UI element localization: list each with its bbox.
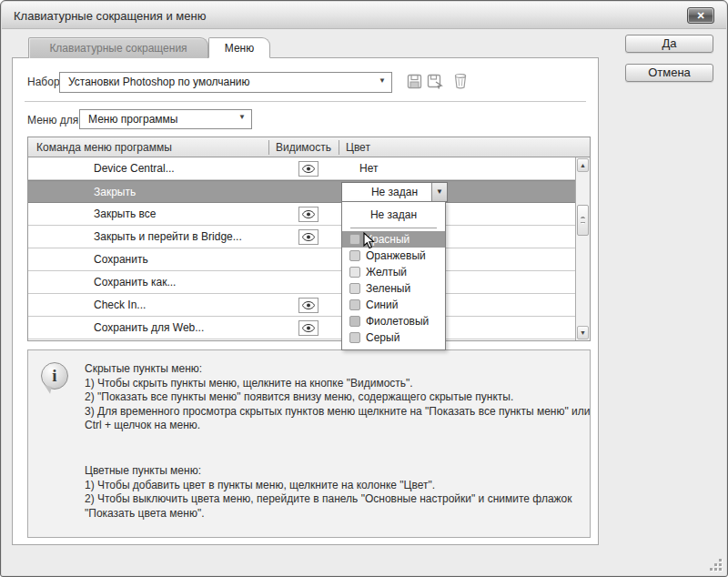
color-swatch xyxy=(349,283,360,294)
table-scrollbar[interactable]: ▲ ▼ xyxy=(575,157,590,340)
visibility-toggle[interactable] xyxy=(298,207,318,222)
command-label: Check In... xyxy=(94,299,146,311)
hidden-items-line-2: 2) "Показать все пункты меню" появится в… xyxy=(85,390,600,405)
table-row-device-central[interactable]: Device Central... Нет xyxy=(28,157,575,180)
table-row-save-as[interactable]: Сохранить как... xyxy=(28,271,575,294)
color-swatch xyxy=(349,250,360,261)
delete-set-icon xyxy=(453,73,468,89)
color-swatch xyxy=(349,316,360,327)
dropdown-option-green[interactable]: Зеленый xyxy=(342,280,445,297)
window-title: Клавиатурные сокращения и меню xyxy=(14,9,206,23)
tab-keyboard-shortcuts[interactable]: Клавиатурные сокращения xyxy=(28,37,208,58)
ok-button[interactable]: Да xyxy=(625,35,713,53)
save-set-icon xyxy=(407,74,422,89)
dropdown-option-label: Оранжевый xyxy=(366,249,426,262)
command-label: Закрыть и перейти в Bridge... xyxy=(94,230,242,243)
dialog-window: Клавиатурные сокращения и меню ✕ Да Отме… xyxy=(0,0,728,577)
hidden-items-line-1: 1) Чтобы скрыть пункты меню, щелкните на… xyxy=(85,377,600,391)
color-value: Нет xyxy=(359,162,378,175)
scrollbar-grip xyxy=(581,218,585,223)
table-row-save-for-web[interactable]: Сохранить для Web... xyxy=(28,317,575,339)
save-set-button[interactable] xyxy=(407,74,424,90)
column-header-color: Цвет xyxy=(346,141,370,154)
visibility-toggle[interactable] xyxy=(298,298,318,313)
color-swatch xyxy=(349,267,360,278)
dropdown-option-red[interactable]: Красный xyxy=(342,231,445,248)
table-row-save[interactable]: Сохранить xyxy=(28,248,575,271)
command-label: Закрыть xyxy=(94,186,136,198)
tab-menus[interactable]: Меню xyxy=(208,37,270,58)
colored-items-line-2: 2) Чтобы выключить цвета меню, перейдите… xyxy=(85,492,600,521)
scrollbar-thumb[interactable] xyxy=(577,205,589,236)
chevron-down-icon: ▼ xyxy=(238,108,246,127)
dropdown-option-violet[interactable]: Фиолетовый xyxy=(342,313,445,329)
menu-for-combobox-value: Меню программы xyxy=(88,113,177,126)
command-label: Сохранить xyxy=(94,253,148,266)
table-body: Device Central... Нет Закрыть Не задан ▼ xyxy=(28,157,575,340)
dropdown-option-orange[interactable]: Оранжевый xyxy=(342,248,445,264)
info-icon: i xyxy=(41,362,68,390)
color-combobox-arrow-button[interactable]: ▼ xyxy=(431,183,447,201)
colored-items-block: Цветные пункты меню: 1) Чтобы добавить ц… xyxy=(85,464,600,521)
close-icon: ✕ xyxy=(696,10,704,21)
color-dropdown-popup: Не задан Красный Оранжевый Желтый Зелены… xyxy=(341,201,446,350)
visibility-toggle[interactable] xyxy=(298,320,318,336)
visibility-toggle[interactable] xyxy=(298,161,318,177)
scrollbar-up-button[interactable]: ▲ xyxy=(577,158,589,172)
titlebar[interactable]: Клавиатурные сокращения и меню ✕ xyxy=(2,2,726,29)
color-combobox[interactable]: Не задан ▼ xyxy=(341,182,448,202)
column-divider xyxy=(268,140,269,155)
eye-icon xyxy=(302,210,315,218)
close-button[interactable]: ✕ xyxy=(687,7,714,24)
export-set-icon xyxy=(427,74,444,89)
triangle-up-icon: ▲ xyxy=(580,162,586,168)
command-label: Device Central... xyxy=(94,162,175,175)
resize-grip[interactable] xyxy=(708,557,722,571)
table-row-check-in[interactable]: Check In... xyxy=(28,294,575,317)
colored-items-line-1: 1) Чтобы добавить цвет в пункты меню, ще… xyxy=(85,479,600,493)
command-label: Сохранить как... xyxy=(94,276,176,288)
table-row-close-selected[interactable]: Закрыть Не задан ▼ xyxy=(28,180,575,203)
color-swatch xyxy=(349,299,360,310)
visibility-toggle[interactable] xyxy=(298,229,318,245)
menu-for-combobox[interactable]: Меню программы ▼ xyxy=(79,109,252,129)
dropdown-option-label: Фиолетовый xyxy=(366,315,429,328)
dropdown-option-blue[interactable]: Синий xyxy=(342,297,445,313)
eye-icon xyxy=(302,301,315,309)
eye-icon xyxy=(302,165,315,173)
cursor-arrow xyxy=(363,232,376,249)
command-label: Закрыть все xyxy=(94,208,156,220)
dropdown-option-label: Желтый xyxy=(366,266,407,278)
eye-icon xyxy=(302,233,315,241)
set-combobox-value: Установки Photoshop по умолчанию xyxy=(68,76,250,88)
color-swatch xyxy=(349,332,360,343)
table-row-close-goto-bridge[interactable]: Закрыть и перейти в Bridge... xyxy=(28,226,575,248)
dropdown-option-none[interactable]: Не задан xyxy=(342,204,445,227)
dropdown-option-yellow[interactable]: Желтый xyxy=(342,264,445,280)
set-label: Набор: xyxy=(27,76,63,88)
divider xyxy=(25,101,586,103)
delete-set-button[interactable] xyxy=(453,73,470,89)
dropdown-option-gray[interactable]: Серый xyxy=(342,329,445,346)
set-combobox[interactable]: Установки Photoshop по умолчанию ▼ xyxy=(59,72,392,93)
table-row-close-all[interactable]: Закрыть все xyxy=(28,203,575,226)
column-header-visibility: Видимость xyxy=(268,141,339,154)
content-panel: Набор: Установки Photoshop по умолчанию … xyxy=(12,57,599,545)
hidden-items-title: Скрытые пункты меню: xyxy=(85,362,600,377)
command-label: Сохранить для Web... xyxy=(94,321,204,334)
hidden-items-line-3: 3) Для временного просмотра скрытых пунк… xyxy=(85,405,600,433)
colored-items-title: Цветные пункты меню: xyxy=(85,464,600,479)
table-header: Команда меню программы Видимость Цвет xyxy=(28,137,590,157)
scrollbar-down-button[interactable]: ▼ xyxy=(577,326,589,339)
chevron-down-icon: ▼ xyxy=(379,72,386,90)
menu-for-label: Меню для: xyxy=(27,114,82,127)
dropdown-option-label: Зеленый xyxy=(366,282,410,295)
chevron-down-icon: ▼ xyxy=(436,187,443,196)
column-header-command: Команда меню программы xyxy=(36,141,172,154)
export-set-button[interactable] xyxy=(427,74,444,90)
menu-commands-table: Команда меню программы Видимость Цвет De… xyxy=(27,137,591,341)
cancel-button[interactable]: Отмена xyxy=(625,64,713,82)
triangle-down-icon: ▼ xyxy=(580,329,586,336)
column-divider xyxy=(339,140,339,155)
dropdown-option-label: Синий xyxy=(366,299,398,311)
